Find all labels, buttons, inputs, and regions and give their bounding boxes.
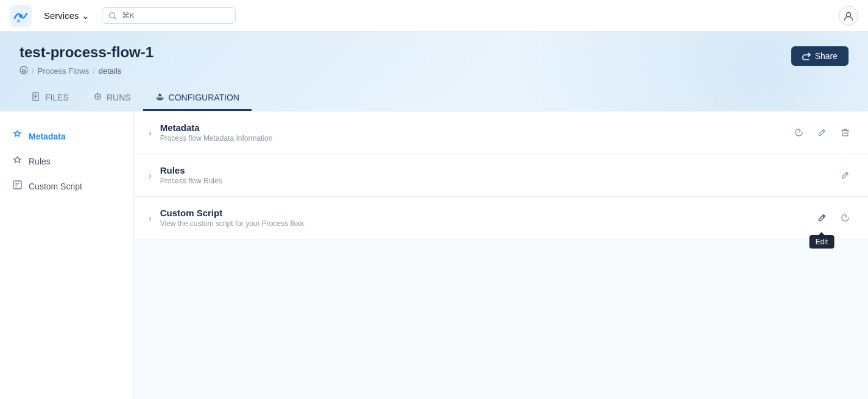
share-button[interactable]: Share <box>791 46 849 66</box>
custom-script-section: › Custom Script View the custom script f… <box>134 197 868 239</box>
breadcrumb-current: details <box>99 66 122 76</box>
sidebar-item-custom-script-label: Custom Script <box>29 182 82 191</box>
rules-section-header[interactable]: › Rules Process flow Rules <box>134 154 868 196</box>
custom-script-title-wrap: Custom Script View the custom script for… <box>160 208 813 228</box>
breadcrumb-sep-1: / <box>32 66 34 76</box>
metadata-actions <box>790 124 853 141</box>
custom-script-actions: Edit <box>813 210 853 227</box>
sidebar-item-metadata-label: Metadata <box>29 132 66 141</box>
custom-script-chevron-icon: › <box>149 213 152 223</box>
edit-icon <box>817 128 827 137</box>
chevron-down-icon: ⌄ <box>82 10 90 21</box>
custom-script-section-subtitle: View the custom script for your Process … <box>160 219 813 228</box>
breadcrumb-process-flows[interactable]: Process Flows <box>38 66 90 76</box>
metadata-edit-button[interactable] <box>813 124 830 141</box>
files-tab-icon <box>32 92 41 103</box>
search-box[interactable] <box>102 7 236 24</box>
metadata-chevron-icon: › <box>149 128 152 138</box>
header-bg-decoration <box>347 32 868 111</box>
delete-icon <box>841 128 850 137</box>
metadata-section: › Metadata Process flow Metadata Informa… <box>134 111 868 154</box>
sidebar-item-rules[interactable]: Rules <box>0 149 133 174</box>
custom-script-section-title: Custom Script <box>160 208 813 218</box>
custom-script-section-header[interactable]: › Custom Script View the custom script f… <box>134 197 868 239</box>
svg-point-1 <box>19 14 23 18</box>
person-icon <box>843 10 854 21</box>
sidebar-item-metadata[interactable]: Metadata <box>0 124 133 149</box>
rules-edit-icon <box>841 171 850 180</box>
rules-title-wrap: Rules Process flow Rules <box>160 165 836 185</box>
services-label: Services <box>44 10 79 21</box>
rules-section-title: Rules <box>160 165 836 175</box>
services-button[interactable]: Services ⌄ <box>39 8 94 24</box>
tab-files[interactable]: FILES <box>19 86 81 111</box>
rules-edit-button[interactable] <box>836 167 853 184</box>
logo[interactable] <box>10 5 32 27</box>
rules-icon <box>12 155 23 168</box>
sidebar-item-custom-script[interactable]: Custom Script <box>0 174 133 199</box>
search-input[interactable] <box>122 11 207 20</box>
metadata-section-header[interactable]: › Metadata Process flow Metadata Informa… <box>134 111 868 154</box>
sidebar: Metadata Rules Custom Script <box>0 111 134 399</box>
rules-chevron-icon: › <box>149 171 152 180</box>
rules-actions <box>836 167 853 184</box>
rules-section: › Rules Process flow Rules <box>134 154 868 197</box>
sidebar-item-rules-label: Rules <box>29 157 51 166</box>
breadcrumb-sep-2: / <box>93 66 95 76</box>
metadata-section-subtitle: Process flow Metadata Information <box>160 134 790 143</box>
tab-runs-label: RUNS <box>107 93 131 102</box>
search-icon <box>108 12 117 20</box>
metadata-title-wrap: Metadata Process flow Metadata Informati… <box>160 122 790 143</box>
metadata-icon <box>12 130 23 143</box>
metadata-section-title: Metadata <box>160 122 790 133</box>
svg-point-4 <box>847 12 851 16</box>
topnav: Services ⌄ <box>0 0 868 32</box>
content-area: › Metadata Process flow Metadata Informa… <box>134 111 868 399</box>
edit-tooltip: Edit <box>810 235 834 249</box>
main-content: Metadata Rules Custom Script <box>0 111 868 399</box>
custom-script-refresh-button[interactable] <box>836 210 853 227</box>
custom-script-refresh-icon <box>841 213 850 222</box>
metadata-refresh-button[interactable] <box>790 124 807 141</box>
svg-rect-2 <box>17 19 20 23</box>
share-icon <box>802 52 811 60</box>
refresh-icon <box>794 128 803 137</box>
metadata-delete-button[interactable] <box>836 124 853 141</box>
tab-runs[interactable]: RUNS <box>81 86 143 111</box>
configuration-tab-icon <box>155 92 164 103</box>
svg-rect-19 <box>842 130 848 136</box>
runs-tab-icon <box>93 92 102 103</box>
rules-section-subtitle: Process flow Rules <box>160 177 836 185</box>
page-header: test-process-flow-1 / Process Flows / de… <box>0 32 868 111</box>
custom-script-icon <box>12 180 23 192</box>
user-icon[interactable] <box>839 6 858 26</box>
custom-script-edit-button[interactable] <box>813 210 830 227</box>
custom-script-edit-icon <box>817 213 827 222</box>
svg-point-5 <box>20 66 27 74</box>
tab-files-label: FILES <box>45 93 69 102</box>
breadcrumb-home-icon[interactable] <box>19 66 28 76</box>
share-button-label: Share <box>815 51 838 61</box>
tab-configuration[interactable]: CONFIGURATION <box>143 86 252 111</box>
edit-tooltip-wrap: Edit <box>813 210 830 227</box>
tab-configuration-label: CONFIGURATION <box>169 93 239 102</box>
